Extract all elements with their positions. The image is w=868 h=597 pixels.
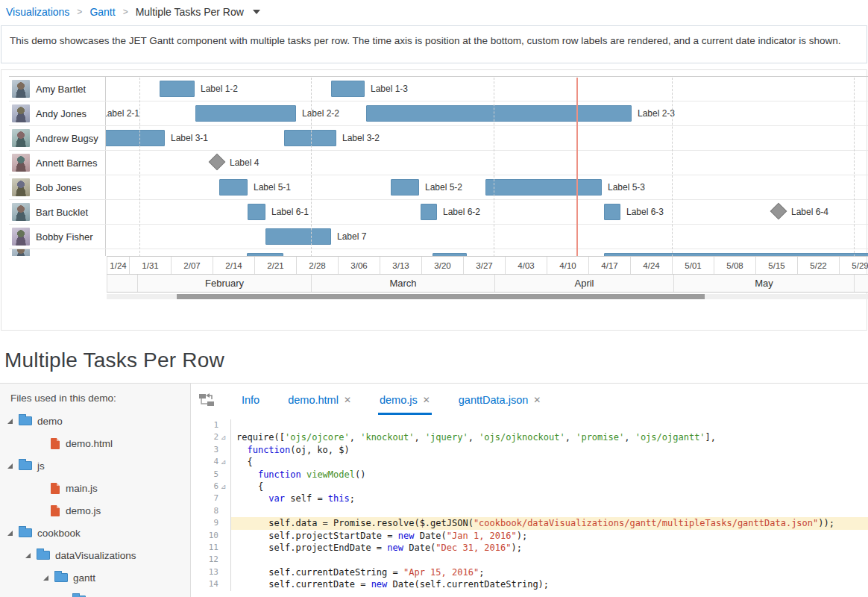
tree-item-js[interactable]: js	[0, 454, 190, 477]
scrollbar-thumb[interactable]	[177, 294, 705, 299]
tree-item-label: main.js	[66, 483, 98, 494]
task-label: Label 4	[230, 151, 259, 175]
files-panel: Files used in this demo: demodemo.htmljs…	[0, 384, 191, 597]
breadcrumb: Visualizations > Gantt > Multiple Tasks …	[0, 0, 868, 22]
code-text	[230, 554, 868, 566]
task-bar[interactable]	[248, 204, 265, 220]
week-tick-cell: 5/15	[755, 257, 797, 274]
tree-item-cookbook[interactable]: cookbook	[0, 522, 190, 544]
week-tick-cell: 2/21	[254, 257, 296, 274]
week-tick-cell: 3/27	[463, 257, 505, 274]
breadcrumb-gantt[interactable]: Gantt	[89, 6, 115, 18]
line-number: 8	[191, 505, 221, 517]
code-text: self.projectStartDate = new Date("Jan 1,…	[230, 530, 868, 542]
tree-item-multipletasks[interactable]: multipleTasks	[0, 589, 190, 597]
code-panel: Infodemo.html✕demo.js✕ganttData.json✕ 1 …	[191, 384, 868, 597]
code-text: function viewModel()	[230, 469, 868, 481]
expand-arrow-icon[interactable]	[7, 463, 13, 469]
task-label: Label 2-2	[302, 101, 339, 125]
fold-marker-icon	[221, 505, 230, 517]
gantt-rows: Amy BartletLabel 1-2Label 1-3Andy JonesL…	[9, 77, 868, 256]
tab-info[interactable]: Info	[240, 386, 261, 415]
task-bar[interactable]	[265, 228, 331, 245]
tree-item-datavisualizations[interactable]: dataVisualizations	[0, 544, 190, 566]
task-label: Label 5-3	[608, 175, 645, 199]
gantt-row-label: Annett Barnes	[9, 151, 106, 175]
code-text: self.currentDate = new Date(self.current…	[230, 578, 868, 590]
task-bar[interactable]	[106, 130, 165, 146]
expand-arrow-icon[interactable]	[25, 553, 31, 558]
tree-item-label: multipleTasks	[91, 595, 151, 597]
milestone-diamond[interactable]	[209, 154, 226, 171]
code-text: function(oj, ko, $)	[230, 444, 868, 456]
milestone-diamond[interactable]	[770, 203, 787, 220]
week-tick-cell: 4/17	[588, 257, 630, 274]
folder-icon	[19, 528, 32, 537]
fold-marker-icon[interactable]: ⊿	[221, 456, 230, 468]
file-tree: demodemo.htmljsmain.jsdemo.jscookbookdat…	[0, 410, 190, 597]
task-bar[interactable]	[485, 179, 602, 196]
tree-item-gantt[interactable]: gantt	[0, 566, 190, 589]
task-bar[interactable]	[366, 105, 632, 122]
gantt-row-name: Bart Bucklet	[36, 207, 88, 218]
expand-arrow-icon[interactable]	[7, 419, 13, 424]
line-number: 3	[191, 444, 221, 456]
fold-marker-icon[interactable]: ⊿	[221, 481, 230, 493]
week-tick-cell: 3/20	[421, 257, 463, 274]
task-bar[interactable]	[421, 204, 437, 220]
tree-item-main.js[interactable]: main.js	[0, 477, 190, 499]
week-tick-cell: 5/08	[714, 257, 755, 274]
tree-item-label: demo	[37, 416, 63, 427]
code-line: 11 self.projectEndDate = new Date("Dec 3…	[191, 542, 868, 554]
tab-label: demo.js	[380, 394, 418, 406]
tree-item-demo[interactable]: demo	[0, 410, 190, 432]
close-icon[interactable]: ✕	[533, 395, 541, 405]
avatar	[12, 104, 30, 122]
folder-icon	[19, 461, 32, 470]
expand-arrow-icon[interactable]	[7, 531, 13, 536]
code-line: 3 function(oj, ko, $)	[191, 444, 868, 456]
gantt-horizontal-scrollbar[interactable]	[107, 294, 868, 299]
tab-demo-js[interactable]: demo.js✕	[378, 386, 432, 415]
code-text	[230, 505, 868, 517]
task-bar[interactable]	[195, 105, 296, 122]
close-icon[interactable]: ✕	[423, 395, 430, 405]
code-line: 13 self.currentDateString = "Apr 15, 201…	[191, 566, 868, 578]
gantt-row-track	[106, 249, 868, 256]
task-bar[interactable]	[219, 179, 248, 196]
tree-item-demo.js[interactable]: demo.js	[0, 499, 190, 522]
task-bar[interactable]	[331, 81, 365, 97]
task-bar[interactable]	[604, 204, 620, 220]
code-line: 4⊿ {	[191, 456, 868, 468]
task-bar[interactable]	[160, 81, 195, 97]
breadcrumb-current-demo[interactable]: Multiple Tasks Per Row	[136, 6, 244, 18]
fold-marker-icon[interactable]: ⊿	[221, 431, 230, 443]
expand-arrow-icon[interactable]	[43, 575, 48, 581]
tree-item-demo.html[interactable]: demo.html	[0, 432, 190, 454]
fold-marker-icon	[221, 578, 230, 590]
fold-marker-icon	[221, 469, 230, 481]
gantt-row: Andrew BugsyLabel 3-1Label 3-2	[9, 126, 868, 151]
chevron-down-icon[interactable]	[253, 10, 260, 14]
task-bar[interactable]	[391, 179, 419, 196]
gantt-row: Bart BuckletLabel 6-1Label 6-2Label 6-3L…	[9, 200, 868, 225]
code-line: 9 self.data = Promise.resolve($.getJSON(…	[191, 517, 868, 529]
task-bar[interactable]	[284, 130, 336, 146]
toggle-file-tree-icon[interactable]	[198, 392, 216, 408]
week-tick-cell: 1/31	[129, 257, 171, 274]
task-label: Label 6-4	[791, 200, 828, 224]
tab-ganttdata-json[interactable]: ganttData.json✕	[457, 386, 543, 415]
week-tick-cell: 1/24	[107, 257, 129, 274]
close-icon[interactable]: ✕	[344, 395, 351, 405]
gantt-row-name: Andrew Bugsy	[36, 133, 98, 144]
gantt-row-track: Label 2-1Label 2-2Label 2-3	[106, 101, 868, 125]
files-panel-title: Files used in this demo:	[0, 393, 190, 410]
fold-marker-icon	[221, 542, 230, 554]
fold-marker-icon	[221, 444, 230, 456]
breadcrumb-visualizations[interactable]: Visualizations	[6, 6, 69, 18]
tab-demo-html[interactable]: demo.html✕	[286, 386, 353, 415]
line-number: 7	[191, 493, 221, 504]
gantt-row: Bobby FisherLabel 7	[9, 225, 868, 249]
avatar	[12, 154, 30, 172]
code-editor: 1 2⊿require(['ojs/ojcore', 'knockout', '…	[191, 416, 868, 591]
